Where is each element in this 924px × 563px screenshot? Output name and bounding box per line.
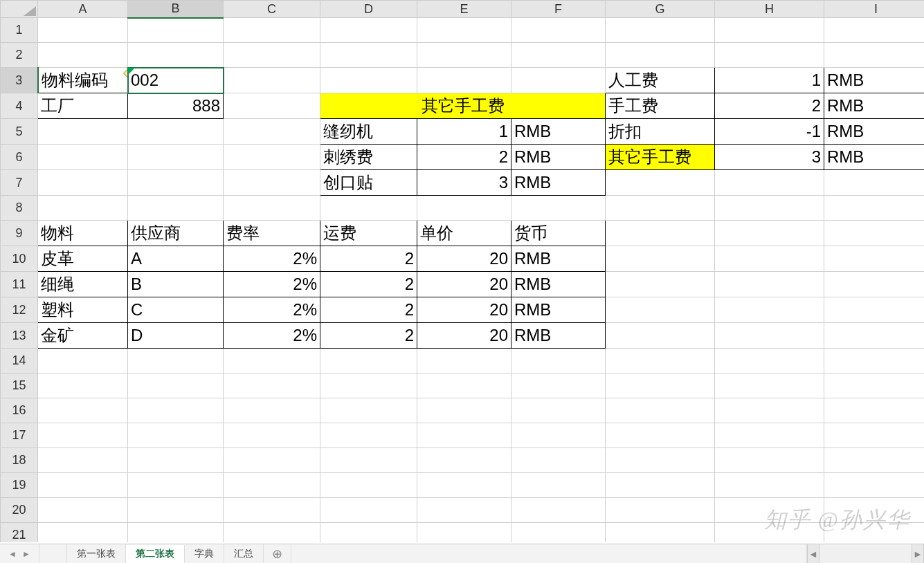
cell-D6[interactable]: 刺绣费 (320, 145, 417, 170)
spreadsheet-grid[interactable]: ABCDEFGHI123物料编码002人工费1RMB4工厂888其它手工费手工费… (0, 0, 924, 542)
cell-G12[interactable] (606, 297, 715, 323)
cell-E16[interactable] (417, 398, 511, 423)
cell-H14[interactable] (715, 349, 824, 373)
cell-A6[interactable] (38, 145, 128, 170)
cell-B12[interactable]: C (128, 297, 224, 323)
cell-H18[interactable] (715, 448, 824, 473)
row-header-14[interactable]: 14 (1, 349, 38, 373)
cell-B19[interactable] (128, 473, 224, 498)
cell-G7[interactable] (606, 170, 715, 196)
cell-G18[interactable] (606, 448, 715, 473)
row-header-2[interactable]: 2 (1, 43, 38, 68)
cell-D7[interactable]: 创口贴 (320, 170, 417, 196)
cell-G19[interactable] (606, 473, 715, 498)
cell-A10[interactable]: 皮革 (38, 246, 128, 272)
col-header-H[interactable]: H (715, 1, 824, 18)
cell-C3[interactable] (224, 68, 320, 93)
sheet-tab-2[interactable]: 字典 (185, 544, 224, 563)
row-header-18[interactable]: 18 (1, 448, 38, 473)
sheet-tab-1[interactable]: 第二张表 (126, 545, 185, 563)
row-header-15[interactable]: 15 (1, 373, 38, 398)
cell-E9[interactable]: 单价 (417, 221, 511, 246)
scroll-left-icon[interactable]: ◄ (807, 544, 819, 563)
cell-H16[interactable] (715, 398, 824, 423)
cell-C8[interactable] (224, 196, 320, 221)
cell-H17[interactable] (715, 423, 824, 448)
cell-D3[interactable] (320, 68, 417, 93)
cell-A16[interactable] (38, 398, 128, 423)
cell-F15[interactable] (511, 373, 606, 398)
cell-E12[interactable]: 20 (417, 297, 511, 323)
cell-A3[interactable]: 物料编码 (38, 68, 128, 93)
cell-C13[interactable]: 2% (224, 323, 320, 349)
cell-F13[interactable]: RMB (511, 323, 606, 349)
cell-A4[interactable]: 工厂 (38, 93, 128, 119)
cell-F8[interactable] (511, 196, 606, 221)
cell-E3[interactable] (417, 68, 511, 93)
row-header-7[interactable]: 7 (1, 170, 38, 196)
cell-A12[interactable]: 塑料 (38, 297, 128, 323)
cell-E14[interactable] (417, 349, 511, 373)
cell-D14[interactable] (320, 349, 417, 373)
tab-nav-next-icon[interactable]: ► (19, 549, 33, 559)
col-header-I[interactable]: I (824, 1, 925, 18)
cell-I5[interactable]: RMB (824, 119, 925, 145)
tab-nav-prev-icon[interactable]: ◄ (6, 549, 19, 559)
cell-H9[interactable] (715, 221, 824, 246)
cell-F7[interactable]: RMB (511, 170, 606, 196)
row-header-1[interactable]: 1 (1, 18, 38, 43)
col-header-A[interactable]: A (38, 1, 128, 18)
cell-G13[interactable] (606, 323, 715, 349)
cell-I17[interactable] (824, 423, 925, 448)
cell-G5[interactable]: 折扣 (606, 119, 715, 145)
cell-E21[interactable] (417, 523, 511, 543)
cell-I18[interactable] (824, 448, 925, 473)
row-header-9[interactable]: 9 (1, 221, 38, 246)
cell-I4[interactable]: RMB (824, 93, 925, 119)
cell-H19[interactable] (715, 473, 824, 498)
cell-C5[interactable] (224, 119, 320, 145)
cell-G3[interactable]: 人工费 (606, 68, 715, 93)
cell-A19[interactable] (38, 473, 128, 498)
cell-D16[interactable] (320, 398, 417, 423)
cell-F10[interactable]: RMB (511, 246, 606, 272)
cell-E6[interactable]: 2 (417, 145, 511, 170)
cell-B17[interactable] (128, 423, 224, 448)
cell-H8[interactable] (715, 196, 824, 221)
cell-A17[interactable] (38, 423, 128, 448)
cell-I12[interactable] (824, 297, 925, 323)
select-all-corner[interactable] (1, 1, 38, 18)
col-header-D[interactable]: D (320, 1, 417, 18)
row-header-21[interactable]: 21 (1, 523, 38, 543)
cell-E20[interactable] (417, 498, 511, 523)
cell-C7[interactable] (224, 170, 320, 196)
cell-D5[interactable]: 缝纫机 (320, 119, 417, 145)
add-sheet-button[interactable]: ⊕ (264, 544, 291, 563)
row-header-19[interactable]: 19 (1, 473, 38, 498)
cell-F12[interactable]: RMB (511, 297, 606, 323)
scroll-track[interactable] (819, 544, 912, 563)
cell-C2[interactable] (224, 43, 320, 68)
cell-A5[interactable] (38, 119, 128, 145)
cell-G2[interactable] (606, 43, 715, 68)
cell-G16[interactable] (606, 398, 715, 423)
cell-E19[interactable] (417, 473, 511, 498)
cell-C17[interactable] (224, 423, 320, 448)
cell-I9[interactable] (824, 221, 925, 246)
horizontal-scrollbar[interactable]: ◄ ► (806, 544, 924, 563)
cell-G10[interactable] (606, 246, 715, 272)
row-header-8[interactable]: 8 (1, 196, 38, 221)
cell-A13[interactable]: 金矿 (38, 323, 128, 349)
cell-A14[interactable] (38, 349, 128, 373)
row-header-4[interactable]: 4 (1, 93, 38, 119)
cell-F17[interactable] (511, 423, 606, 448)
cell-G17[interactable] (606, 423, 715, 448)
row-header-12[interactable]: 12 (1, 297, 38, 323)
cell-A2[interactable] (38, 43, 128, 68)
cell-D2[interactable] (320, 43, 417, 68)
cell-C21[interactable] (224, 523, 320, 543)
cell-C19[interactable] (224, 473, 320, 498)
cell-F14[interactable] (511, 349, 606, 373)
sheet-tab-0[interactable]: 第一张表 (67, 544, 126, 563)
cell-F9[interactable]: 货币 (511, 221, 606, 246)
